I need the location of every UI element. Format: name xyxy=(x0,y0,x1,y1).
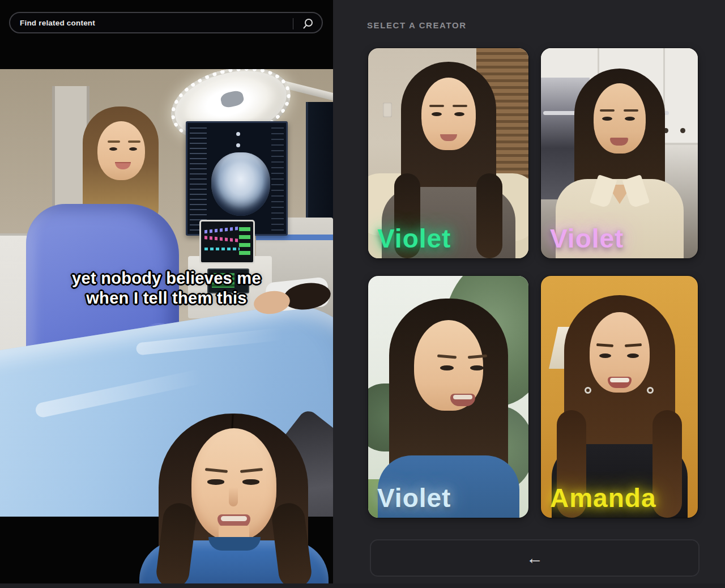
earring xyxy=(647,387,654,394)
scene-ct-scan-image xyxy=(211,152,270,216)
caption-line-1: yet nobody believes me xyxy=(0,269,333,288)
scene-ct-ui-left xyxy=(190,127,207,231)
creator-eye xyxy=(454,112,464,116)
pip-teeth xyxy=(221,516,247,521)
creator-eye xyxy=(470,365,484,370)
creator-teeth xyxy=(610,378,629,382)
caption-line-2: when I tell them this xyxy=(0,288,333,308)
creator-name-label: Amanda xyxy=(550,483,656,513)
creator-card-amanda[interactable]: Amanda xyxy=(541,276,698,518)
back-button[interactable]: ← xyxy=(370,539,700,577)
scene-ct-dot xyxy=(236,143,240,147)
creator-eye xyxy=(602,117,612,121)
creator-eye xyxy=(627,353,639,358)
creator-teeth xyxy=(453,395,472,399)
creator-eye xyxy=(440,365,454,370)
scene-vitals-waveform xyxy=(204,248,240,250)
surgeon-face xyxy=(97,121,145,180)
surgeon-eye xyxy=(129,147,137,151)
creator-select-panel: SELECT A CREATOR Violet xyxy=(333,0,725,588)
earring xyxy=(585,387,591,394)
pip-eye xyxy=(242,479,259,485)
creator-pip-overlay xyxy=(139,414,329,588)
scene-ct-dot xyxy=(236,132,240,136)
panel-title: SELECT A CREATOR xyxy=(367,20,467,30)
creator-eyebrow xyxy=(453,105,467,107)
scene-ct-ui-right xyxy=(271,127,284,231)
scene-vitals-waveform xyxy=(204,227,240,234)
card-background-orange-studio xyxy=(541,276,698,518)
creator-eye xyxy=(599,353,611,358)
creator-eyebrow xyxy=(429,105,444,107)
creator-name-label: Violet xyxy=(550,223,624,254)
creator-hair-strand xyxy=(476,173,502,258)
creator-hair-strand xyxy=(652,410,682,518)
creator-card-violet-1[interactable]: Violet xyxy=(368,48,528,258)
card-background-outdoor xyxy=(368,276,528,518)
creator-mouth xyxy=(450,394,475,406)
surgeon-eyebrow xyxy=(128,140,140,143)
search-placeholder: Find related content xyxy=(20,19,95,27)
search-divider xyxy=(293,18,293,29)
scene-ct-monitor xyxy=(186,121,288,236)
window-bottom-edge xyxy=(0,583,725,588)
wall-plate xyxy=(383,103,392,117)
arrow-left-icon: ← xyxy=(526,549,543,566)
app-window: Find related content xyxy=(0,0,725,588)
video-caption: yet nobody believes me when I tell them … xyxy=(0,269,333,308)
pip-collar xyxy=(208,537,261,551)
creator-name-label: Violet xyxy=(377,483,451,513)
surgeon-eyebrow xyxy=(108,140,120,143)
creator-eye xyxy=(432,112,442,116)
creator-name-label: Violet xyxy=(377,223,451,254)
surgeon-eye xyxy=(109,147,117,151)
search-icon[interactable] xyxy=(302,18,314,30)
search-input[interactable]: Find related content xyxy=(9,12,323,33)
scene-vitals-waveform xyxy=(204,236,240,242)
pip-nose xyxy=(229,487,238,506)
creator-card-violet-2[interactable]: Violet xyxy=(541,48,698,258)
video-preview-panel: Find related content xyxy=(0,0,333,588)
scene-vitals-monitor xyxy=(199,220,255,264)
creator-mouth xyxy=(608,377,632,388)
pip-eye xyxy=(207,479,224,485)
creator-eyebrow xyxy=(600,109,615,112)
creator-card-violet-3[interactable]: Violet xyxy=(368,276,528,518)
scene-vitals-numbers xyxy=(239,227,250,257)
creator-eyebrow xyxy=(624,109,638,112)
creator-eye xyxy=(625,117,635,121)
cabinet-knob xyxy=(680,128,685,133)
